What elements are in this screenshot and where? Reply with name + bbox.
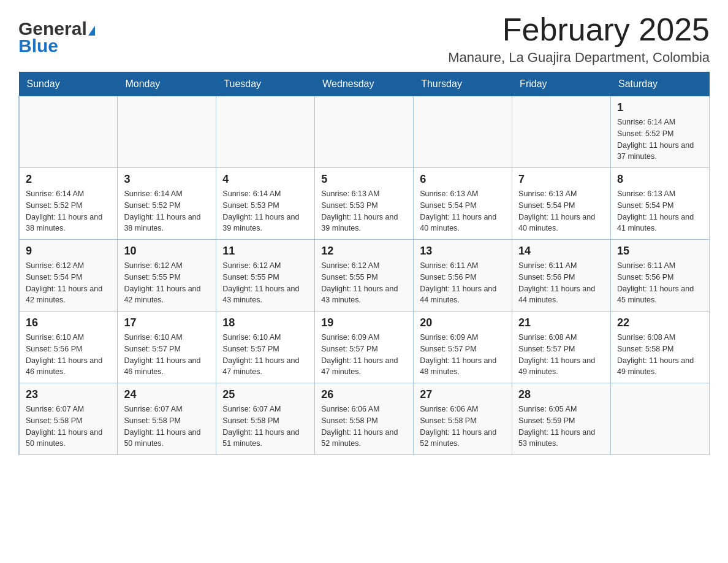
day-number: 19: [321, 316, 407, 329]
day-info: Sunrise: 6:14 AMSunset: 5:52 PMDaylight:…: [26, 188, 111, 234]
day-number: 16: [26, 316, 111, 329]
calendar-cell: 26Sunrise: 6:06 AMSunset: 5:58 PMDayligh…: [315, 383, 414, 455]
day-info: Sunrise: 6:13 AMSunset: 5:53 PMDaylight:…: [321, 188, 407, 234]
calendar-cell: 11Sunrise: 6:12 AMSunset: 5:55 PMDayligh…: [216, 240, 315, 312]
day-number: 9: [26, 245, 111, 258]
day-info: Sunrise: 6:07 AMSunset: 5:58 PMDaylight:…: [26, 404, 111, 450]
day-info: Sunrise: 6:10 AMSunset: 5:57 PMDaylight:…: [124, 332, 210, 378]
calendar-cell: [611, 383, 710, 455]
calendar-cell: 12Sunrise: 6:12 AMSunset: 5:55 PMDayligh…: [315, 240, 414, 312]
day-info: Sunrise: 6:06 AMSunset: 5:58 PMDaylight:…: [321, 404, 407, 450]
title-area: February 2025 Manaure, La Guajira Depart…: [448, 12, 710, 66]
day-number: 3: [124, 173, 210, 186]
day-info: Sunrise: 6:12 AMSunset: 5:55 PMDaylight:…: [124, 260, 210, 306]
logo-blue-text: Blue: [18, 36, 95, 56]
calendar-cell: 6Sunrise: 6:13 AMSunset: 5:54 PMDaylight…: [414, 168, 512, 240]
weekday-header-wednesday: Wednesday: [315, 72, 414, 96]
weekday-header-saturday: Saturday: [611, 72, 710, 96]
day-number: 24: [124, 388, 210, 401]
calendar-body: 1Sunrise: 6:14 AMSunset: 5:52 PMDaylight…: [19, 96, 710, 455]
day-info: Sunrise: 6:11 AMSunset: 5:56 PMDaylight:…: [420, 260, 506, 306]
calendar-cell: [19, 96, 118, 168]
day-number: 21: [518, 316, 604, 329]
logo-triangle-icon: [88, 26, 95, 36]
day-info: Sunrise: 6:12 AMSunset: 5:54 PMDaylight:…: [26, 260, 111, 306]
day-info: Sunrise: 6:13 AMSunset: 5:54 PMDaylight:…: [518, 188, 604, 234]
day-number: 28: [518, 388, 604, 401]
day-number: 26: [321, 388, 407, 401]
week-row-4: 16Sunrise: 6:10 AMSunset: 5:56 PMDayligh…: [19, 312, 710, 383]
day-number: 18: [222, 316, 308, 329]
day-number: 10: [124, 245, 210, 258]
day-number: 2: [26, 173, 111, 186]
day-number: 12: [321, 245, 407, 258]
day-info: Sunrise: 6:10 AMSunset: 5:56 PMDaylight:…: [26, 332, 111, 378]
calendar-cell: 22Sunrise: 6:08 AMSunset: 5:58 PMDayligh…: [611, 312, 710, 383]
day-number: 1: [617, 101, 703, 114]
calendar-cell: 18Sunrise: 6:10 AMSunset: 5:57 PMDayligh…: [216, 312, 315, 383]
day-info: Sunrise: 6:13 AMSunset: 5:54 PMDaylight:…: [617, 188, 703, 234]
header: General Blue February 2025 Manaure, La G…: [18, 12, 710, 66]
calendar-cell: [414, 96, 512, 168]
day-number: 5: [321, 173, 407, 186]
day-info: Sunrise: 6:10 AMSunset: 5:57 PMDaylight:…: [222, 332, 308, 378]
calendar-cell: [216, 96, 315, 168]
day-number: 23: [26, 388, 111, 401]
day-number: 14: [518, 245, 604, 258]
weekday-header-monday: Monday: [118, 72, 216, 96]
calendar-cell: 23Sunrise: 6:07 AMSunset: 5:58 PMDayligh…: [19, 383, 118, 455]
day-number: 6: [420, 173, 506, 186]
week-row-3: 9Sunrise: 6:12 AMSunset: 5:54 PMDaylight…: [19, 240, 710, 312]
calendar-cell: 24Sunrise: 6:07 AMSunset: 5:58 PMDayligh…: [118, 383, 216, 455]
calendar-cell: 7Sunrise: 6:13 AMSunset: 5:54 PMDaylight…: [512, 168, 611, 240]
calendar-cell: 15Sunrise: 6:11 AMSunset: 5:56 PMDayligh…: [611, 240, 710, 312]
day-number: 15: [617, 245, 703, 258]
day-info: Sunrise: 6:12 AMSunset: 5:55 PMDaylight:…: [222, 260, 308, 306]
day-info: Sunrise: 6:09 AMSunset: 5:57 PMDaylight:…: [321, 332, 407, 378]
calendar-cell: 2Sunrise: 6:14 AMSunset: 5:52 PMDaylight…: [19, 168, 118, 240]
calendar-cell: 20Sunrise: 6:09 AMSunset: 5:57 PMDayligh…: [414, 312, 512, 383]
day-info: Sunrise: 6:06 AMSunset: 5:58 PMDaylight:…: [420, 404, 506, 450]
weekday-header-tuesday: Tuesday: [216, 72, 315, 96]
calendar-cell: 4Sunrise: 6:14 AMSunset: 5:53 PMDaylight…: [216, 168, 315, 240]
day-number: 25: [222, 388, 308, 401]
day-number: 13: [420, 245, 506, 258]
week-row-2: 2Sunrise: 6:14 AMSunset: 5:52 PMDaylight…: [19, 168, 710, 240]
calendar-cell: 28Sunrise: 6:05 AMSunset: 5:59 PMDayligh…: [512, 383, 611, 455]
calendar-header: SundayMondayTuesdayWednesdayThursdayFrid…: [19, 72, 710, 96]
day-info: Sunrise: 6:09 AMSunset: 5:57 PMDaylight:…: [420, 332, 506, 378]
week-row-5: 23Sunrise: 6:07 AMSunset: 5:58 PMDayligh…: [19, 383, 710, 455]
location-title: Manaure, La Guajira Department, Colombia: [448, 50, 710, 66]
weekday-header-friday: Friday: [512, 72, 611, 96]
day-info: Sunrise: 6:08 AMSunset: 5:58 PMDaylight:…: [617, 332, 703, 378]
weekday-header-sunday: Sunday: [19, 72, 118, 96]
calendar-cell: 19Sunrise: 6:09 AMSunset: 5:57 PMDayligh…: [315, 312, 414, 383]
calendar-cell: 16Sunrise: 6:10 AMSunset: 5:56 PMDayligh…: [19, 312, 118, 383]
calendar-cell: 5Sunrise: 6:13 AMSunset: 5:53 PMDaylight…: [315, 168, 414, 240]
day-number: 11: [222, 245, 308, 258]
day-info: Sunrise: 6:13 AMSunset: 5:54 PMDaylight:…: [420, 188, 506, 234]
calendar-cell: 17Sunrise: 6:10 AMSunset: 5:57 PMDayligh…: [118, 312, 216, 383]
logo: General Blue: [18, 18, 95, 56]
month-title: February 2025: [448, 12, 710, 47]
calendar-cell: 27Sunrise: 6:06 AMSunset: 5:58 PMDayligh…: [414, 383, 512, 455]
day-number: 4: [222, 173, 308, 186]
calendar-cell: 13Sunrise: 6:11 AMSunset: 5:56 PMDayligh…: [414, 240, 512, 312]
day-number: 8: [617, 173, 703, 186]
calendar-cell: [512, 96, 611, 168]
weekday-header-thursday: Thursday: [414, 72, 512, 96]
day-number: 27: [420, 388, 506, 401]
day-number: 7: [518, 173, 604, 186]
day-info: Sunrise: 6:14 AMSunset: 5:52 PMDaylight:…: [617, 117, 703, 163]
day-info: Sunrise: 6:14 AMSunset: 5:52 PMDaylight:…: [124, 188, 210, 234]
day-info: Sunrise: 6:14 AMSunset: 5:53 PMDaylight:…: [222, 188, 308, 234]
calendar-cell: 9Sunrise: 6:12 AMSunset: 5:54 PMDaylight…: [19, 240, 118, 312]
calendar-table: SundayMondayTuesdayWednesdayThursdayFrid…: [18, 72, 710, 455]
day-number: 17: [124, 316, 210, 329]
day-info: Sunrise: 6:08 AMSunset: 5:57 PMDaylight:…: [518, 332, 604, 378]
day-info: Sunrise: 6:11 AMSunset: 5:56 PMDaylight:…: [518, 260, 604, 306]
calendar-cell: [118, 96, 216, 168]
weekday-row: SundayMondayTuesdayWednesdayThursdayFrid…: [19, 72, 710, 96]
day-info: Sunrise: 6:07 AMSunset: 5:58 PMDaylight:…: [124, 404, 210, 450]
day-number: 20: [420, 316, 506, 329]
